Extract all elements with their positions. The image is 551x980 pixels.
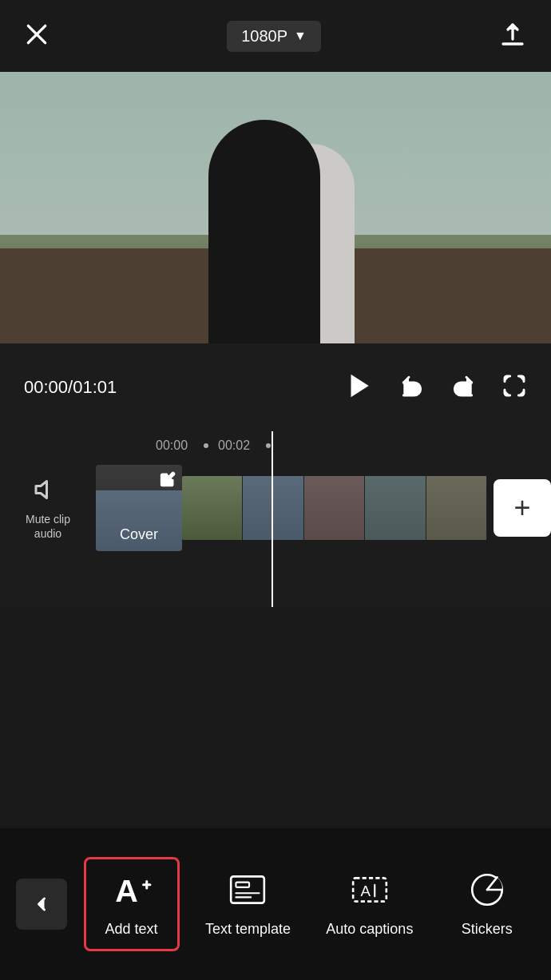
export-button[interactable]: [498, 20, 527, 52]
top-bar: 1080P ▼: [0, 0, 551, 72]
strip-frame-4: [365, 476, 426, 540]
back-button[interactable]: [16, 879, 67, 930]
cover-edit-icon: [160, 471, 176, 490]
ruler-dot-2: [266, 443, 271, 448]
mute-icon: [34, 475, 62, 507]
current-time: 00:00: [24, 377, 68, 398]
controls-bar: 00:00 / 01:01: [0, 343, 551, 431]
fullscreen-button[interactable]: [501, 373, 527, 402]
spacer: [0, 607, 551, 828]
strip-frame-5: [426, 476, 487, 540]
add-text-label: Add text: [105, 921, 158, 938]
stickers-tool[interactable]: Stickers: [439, 857, 535, 951]
svg-rect-7: [232, 877, 265, 903]
text-template-icon: [228, 870, 268, 913]
ruler-mark-1: 00:00: [156, 438, 188, 453]
time-display: 00:00 / 01:01: [24, 377, 117, 398]
stickers-label: Stickers: [462, 921, 513, 938]
strip-frame-2: [243, 476, 303, 540]
bottom-toolbar: A Add text Text template A: [0, 828, 551, 980]
timeline-ruler: 00:00 00:02: [0, 431, 551, 460]
quality-arrow-icon: ▼: [294, 29, 307, 43]
svg-text:A: A: [115, 873, 138, 908]
video-strip[interactable]: [182, 476, 487, 540]
playhead: [272, 431, 273, 607]
undo-button[interactable]: [399, 373, 425, 402]
add-clip-button[interactable]: +: [494, 479, 551, 537]
strip-frame-3: [304, 476, 365, 540]
add-text-tool[interactable]: A Add text: [84, 857, 180, 951]
timeline-tracks: Mute clipaudio Cover: [0, 460, 551, 607]
ruler-dot-1: [204, 443, 208, 448]
svg-rect-8: [236, 883, 250, 887]
mute-clip-button[interactable]: Mute clipaudio: [0, 475, 96, 541]
mute-label: Mute clipaudio: [26, 512, 70, 541]
stickers-icon: [467, 870, 507, 913]
text-template-tool[interactable]: Text template: [196, 857, 300, 951]
total-time: 01:01: [73, 377, 117, 398]
svg-marker-3: [36, 481, 47, 498]
redo-button[interactable]: [450, 373, 476, 402]
close-button[interactable]: [24, 22, 50, 50]
ruler-mark-2: 00:02: [218, 438, 250, 453]
strip-frame-1: [182, 476, 243, 540]
quality-selector[interactable]: 1080P ▼: [227, 21, 321, 52]
plus-icon: +: [513, 494, 530, 522]
auto-captions-tool[interactable]: A Auto captions: [316, 857, 422, 951]
play-button[interactable]: [343, 371, 374, 404]
svg-marker-2: [351, 375, 369, 398]
quality-label: 1080P: [241, 27, 287, 46]
cover-label: Cover: [96, 526, 182, 543]
cover-clip[interactable]: Cover: [96, 465, 182, 551]
timeline: 00:00 00:02 Mute clipaudio: [0, 431, 551, 607]
text-template-label: Text template: [205, 921, 291, 938]
svg-text:A: A: [360, 883, 371, 900]
auto-captions-icon: A: [350, 870, 390, 913]
auto-captions-label: Auto captions: [326, 921, 413, 938]
playback-controls: [343, 371, 527, 404]
main-track-row: Mute clipaudio Cover: [0, 460, 551, 556]
add-text-icon: A: [112, 870, 152, 913]
video-preview: [0, 72, 551, 343]
